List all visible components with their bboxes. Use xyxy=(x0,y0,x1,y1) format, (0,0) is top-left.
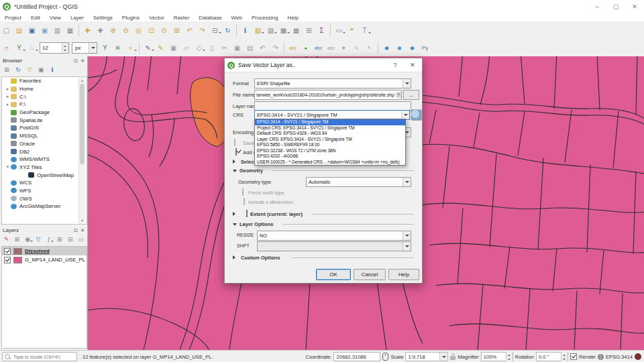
browser-item[interactable]: PostGIS xyxy=(2,124,87,132)
menu-item[interactable]: Raster xyxy=(169,15,195,21)
close-button[interactable]: ✕ xyxy=(625,0,644,13)
new-project-icon[interactable]: ▢ xyxy=(1,25,12,36)
browser-item[interactable]: WCS xyxy=(2,179,87,187)
include-z-checkbox[interactable] xyxy=(244,198,245,205)
scrollbar-thumb[interactable] xyxy=(80,84,85,164)
filter-browser-icon[interactable]: ▽ xyxy=(25,66,34,75)
save-project-as-icon[interactable]: ▣ xyxy=(39,25,50,36)
render-checkbox[interactable] xyxy=(570,353,577,360)
collapse-all-icon[interactable]: ▣ xyxy=(36,66,46,75)
clear-icon[interactable]: ✕ xyxy=(396,92,402,98)
crs-option[interactable]: Default CRS: EPSG:4326 - WGS 84 xyxy=(255,131,405,137)
rotation-stepper[interactable]: 0.0 ° xyxy=(536,352,568,361)
crs-option[interactable]: EPSG:4202 - AGD66 xyxy=(255,154,405,160)
zoom-full-icon[interactable]: ⊡ xyxy=(146,25,157,36)
browser-item[interactable]: ▸ C:\ xyxy=(2,93,87,101)
pin-labels-icon[interactable]: abc xyxy=(313,42,324,54)
refresh-map-icon[interactable]: ↻ xyxy=(222,25,233,36)
menu-item[interactable]: View xyxy=(45,15,66,21)
add-group-icon[interactable]: ⊞ xyxy=(13,235,21,245)
metasearch-icon[interactable]: ◉ xyxy=(381,42,392,54)
crs-option[interactable]: EPSG:3414 - SVY21 / Singapore TM xyxy=(255,119,405,125)
zoom-native-icon[interactable]: ◎ xyxy=(133,25,144,36)
add-feature-icon[interactable]: ▱ xyxy=(180,42,192,54)
snapping-units-combo[interactable]: px xyxy=(72,42,97,54)
filter-legend-icon[interactable]: ▽ xyxy=(34,235,43,245)
menu-item[interactable]: Processing xyxy=(247,15,283,21)
properties-icon[interactable]: ℹ xyxy=(48,66,57,75)
open-layer-styling-icon[interactable]: ✎ xyxy=(2,235,11,245)
expand-all-icon[interactable]: ⊞ xyxy=(55,235,64,245)
close-panel-icon[interactable]: ✕ xyxy=(80,228,85,233)
stepper-down-icon[interactable] xyxy=(561,357,568,361)
toggle-editing-icon[interactable]: ✎ xyxy=(155,42,166,54)
new-map-view-icon[interactable]: ⊟ xyxy=(209,25,221,36)
resize-combo[interactable]: NO xyxy=(257,231,411,241)
browser-item[interactable]: OWS xyxy=(2,194,87,202)
change-label-icon[interactable]: ✎ xyxy=(364,42,375,54)
zoom-last-icon[interactable]: ↶ xyxy=(184,25,195,36)
browser-item[interactable]: GeoPackage xyxy=(2,109,87,117)
menu-item[interactable]: Vector xyxy=(144,15,169,21)
copy-features-icon[interactable]: ▣ xyxy=(231,42,243,54)
browse-button[interactable]: ... xyxy=(403,90,419,100)
stepper-up-icon[interactable] xyxy=(62,43,68,48)
dock-panel-icon[interactable]: ⊡ xyxy=(74,58,78,64)
delete-selected-icon[interactable]: ▯ xyxy=(206,42,217,54)
layer-item[interactable]: G_MP14_LAND_USE_PL xyxy=(2,255,87,264)
osm-search-icon[interactable]: ◉ xyxy=(407,42,418,54)
zoom-to-selection-icon[interactable]: ⊙ xyxy=(158,25,170,36)
browser-item[interactable]: WMS/WMTS xyxy=(2,156,87,164)
refresh-browser-icon[interactable]: ↻ xyxy=(13,66,23,75)
dock-panel-icon[interactable]: ⊡ xyxy=(74,228,78,233)
snapping-magnet-icon[interactable]: ∩ xyxy=(1,42,12,54)
zoom-out-icon[interactable]: ⊖ xyxy=(120,25,131,36)
text-annotation-icon[interactable]: T xyxy=(359,25,370,36)
highlight-labels-icon[interactable]: abc xyxy=(325,42,337,54)
browser-item[interactable]: DB2 xyxy=(2,147,87,156)
map-tips-icon[interactable]: ❝ xyxy=(346,25,358,36)
browser-item[interactable]: OpenStreetMap xyxy=(2,171,87,179)
browser-item[interactable]: Oracle xyxy=(2,140,87,148)
expander-right-icon[interactable] xyxy=(233,160,237,164)
force-multi-type-checkbox[interactable] xyxy=(242,188,244,196)
help-contents-icon[interactable]: ? xyxy=(432,42,443,54)
snap-on-intersection-icon[interactable]: ✕ xyxy=(112,42,123,54)
field-calculator-icon[interactable]: ⊞ xyxy=(303,25,315,36)
zoom-next-icon[interactable]: ↷ xyxy=(197,25,208,36)
browser-item[interactable]: ▾ XYZ Tiles xyxy=(2,164,87,172)
crs-option[interactable]: EPSG:5850 - SWEREF99 18 00 xyxy=(255,142,405,148)
add-saved-file-checkbox[interactable] xyxy=(235,148,237,156)
new-print-layout-icon[interactable]: ▥ xyxy=(52,25,63,36)
cancel-button[interactable]: Cancel xyxy=(354,269,386,280)
save-only-selected-checkbox[interactable] xyxy=(234,139,235,146)
crs-option[interactable]: Layer CRS: EPSG:3414 - SVY21 / Singapore… xyxy=(255,137,405,143)
minimize-button[interactable]: – xyxy=(588,0,606,13)
layer-diagram-icon[interactable]: ● xyxy=(300,42,311,54)
scroll-up-icon[interactable]: ▴ xyxy=(79,78,85,83)
snapping-tolerance-stepper[interactable]: 12 xyxy=(40,42,69,54)
geometry-type-combo[interactable]: Automatic xyxy=(306,177,411,187)
vertex-tool-icon[interactable]: ◇ xyxy=(193,42,205,54)
scroll-down-icon[interactable]: ▾ xyxy=(79,218,85,223)
rotate-label-icon[interactable]: ↻ xyxy=(351,42,362,54)
zoom-to-layer-icon[interactable]: ⊞ xyxy=(171,25,182,36)
browser-scrollbar[interactable]: ▴ ▾ xyxy=(78,78,85,223)
layer-labeling-icon[interactable]: abc xyxy=(287,42,299,54)
collapse-all-layers-icon[interactable]: ⊟ xyxy=(66,235,74,245)
format-combo[interactable]: ESRI Shapefile xyxy=(254,78,411,88)
web-service-icon[interactable]: ◉ xyxy=(394,42,405,54)
pan-map-icon[interactable]: ✚ xyxy=(82,25,93,36)
statistics-icon[interactable]: Σ xyxy=(316,25,327,36)
remove-layer-icon[interactable]: ▭ xyxy=(76,235,85,245)
current-edits-icon[interactable]: ✎ xyxy=(142,42,154,54)
locate-input[interactable] xyxy=(12,354,75,360)
dialog-help-icon[interactable]: ? xyxy=(387,58,403,72)
crs-option[interactable]: USER:100025 - * Generated CRS ...+datum=… xyxy=(255,160,405,166)
stepper-down-icon[interactable] xyxy=(506,357,513,361)
menu-item[interactable]: Database xyxy=(194,15,226,21)
menu-item[interactable]: Help xyxy=(282,15,303,21)
add-selected-layer-icon[interactable]: ⊞ xyxy=(2,66,11,75)
help-button[interactable]: Help xyxy=(388,269,419,280)
expander-icon[interactable]: ▸ xyxy=(5,94,11,99)
